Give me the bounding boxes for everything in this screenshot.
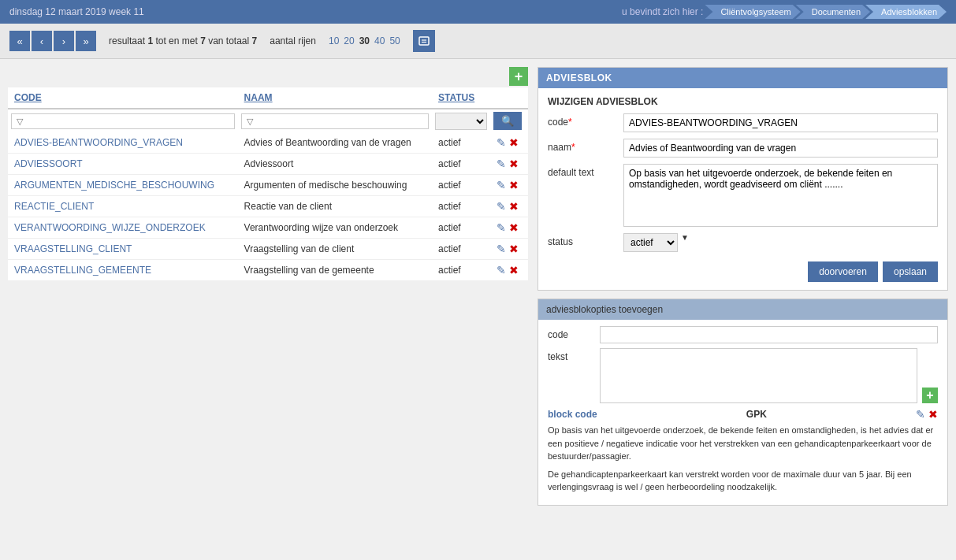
row-actions: ✎ ✖ — [490, 196, 528, 217]
row-naam: Adviessoort — [238, 154, 432, 175]
wijzigen-title: WIJZIGEN ADVIESBLOK — [548, 96, 938, 107]
next-page-button[interactable]: › — [54, 31, 74, 51]
naam-label: naam* — [548, 139, 619, 153]
breadcrumb-item-2[interactable]: Documenten — [796, 5, 870, 19]
breadcrumb-item-3[interactable]: Adviesblokken — [865, 5, 947, 19]
edit-icon[interactable]: ✎ — [497, 200, 506, 213]
block-code-value: GPK — [746, 409, 767, 420]
edit-icon[interactable]: ✎ — [497, 158, 506, 170]
code-input[interactable] — [623, 113, 938, 132]
row-code: REACTIE_CLIENT — [8, 196, 238, 217]
result-text: resultaat 1 tot en met 7 van totaal 7 — [109, 35, 257, 46]
top-bar: dinsdag 12 maart 2019 week 11 u bevindt … — [0, 0, 956, 24]
row-actions: ✎ ✖ — [490, 217, 528, 239]
row-status: actief — [432, 132, 491, 154]
opslaan-button[interactable]: opslaan — [883, 261, 938, 282]
data-table: CODE NAAM STATUS actief inactief — [8, 87, 528, 281]
adviesblokopties-header: adviesblokopties toevoegen — [538, 299, 947, 320]
delete-icon[interactable]: ✖ — [509, 264, 519, 276]
delete-icon[interactable]: ✖ — [509, 200, 519, 213]
adviesblok-panel: ADVIESBLOK WIJZIGEN ADVIESBLOK code* naa… — [538, 67, 948, 291]
row-code: ADVIESSOORT — [8, 154, 238, 175]
block-text-2: De gehandicaptenparkeerkaart kan verstre… — [548, 468, 938, 494]
code-row: code* — [548, 113, 938, 132]
add-btn-container: + — [8, 67, 528, 86]
filter-naam-input[interactable] — [241, 113, 429, 129]
table-panel: + CODE NAAM STATUS actief — [8, 67, 528, 514]
svg-rect-0 — [419, 37, 429, 45]
default-text-textarea[interactable]: Op basis van het uitgevoerde onderzoek, … — [623, 164, 938, 227]
row-status: actief — [432, 260, 491, 281]
last-page-button[interactable]: » — [76, 31, 96, 51]
filter-code-input[interactable] — [11, 113, 235, 129]
doorvoeren-button[interactable]: doorvoeren — [808, 261, 878, 282]
search-button[interactable]: 🔍 — [493, 112, 522, 130]
add-adviesblok-button[interactable]: + — [509, 67, 528, 86]
edit-icon[interactable]: ✎ — [497, 179, 506, 191]
main-content: + CODE NAAM STATUS actief — [0, 59, 956, 521]
delete-icon[interactable]: ✖ — [509, 221, 519, 234]
table-row: REACTIE_CLIENT Reactie van de client act… — [8, 196, 528, 217]
filter-status-select[interactable]: actief inactief — [435, 113, 488, 130]
breadcrumb-label: u bevindt zich hier : — [622, 6, 703, 17]
row-naam: Reactie van de client — [238, 196, 432, 217]
naam-input[interactable] — [623, 139, 938, 158]
delete-icon[interactable]: ✖ — [509, 136, 519, 149]
row-actions: ✎ ✖ — [490, 154, 528, 175]
breadcrumb-item-1[interactable]: Cliëntvolgsysteem — [705, 5, 800, 19]
rows-20[interactable]: 20 — [344, 35, 354, 46]
block-text-1: Op basis van het uitgevoerde onderzoek, … — [548, 424, 938, 463]
row-naam: Advies of Beantwoording van de vragen — [238, 132, 432, 154]
edit-icon[interactable]: ✎ — [497, 221, 506, 234]
block-edit-icon[interactable]: ✎ — [916, 408, 925, 421]
col-header-status[interactable]: STATUS — [432, 87, 491, 109]
row-actions: ✎ ✖ — [490, 132, 528, 154]
delete-icon[interactable]: ✖ — [509, 243, 519, 255]
row-status: actief — [432, 217, 491, 239]
opt-tekst-row: tekst + — [548, 348, 938, 403]
first-page-button[interactable]: « — [9, 31, 30, 51]
col-header-naam[interactable]: NAAM — [238, 87, 432, 109]
table-row: VRAAGSTELLING_CLIENT Vraagstelling van d… — [8, 239, 528, 260]
action-buttons-row: doorvoeren opslaan — [548, 261, 938, 282]
row-naam: Argumenten of medische beschouwing — [238, 175, 432, 196]
date-week: dinsdag 12 maart 2019 week 11 — [9, 6, 144, 17]
delete-icon[interactable]: ✖ — [509, 158, 519, 170]
edit-icon[interactable]: ✎ — [497, 264, 506, 276]
rows-options: 10 20 30 40 50 — [329, 35, 400, 46]
row-code: VERANTWOORDING_WIJZE_ONDERZOEK — [8, 217, 238, 239]
table-row: ADVIES-BEANTWOORDING_VRAGEN Advies of Be… — [8, 132, 528, 154]
row-status: actief — [432, 154, 491, 175]
right-panel: ADVIESBLOK WIJZIGEN ADVIESBLOK code* naa… — [538, 67, 948, 514]
delete-icon[interactable]: ✖ — [509, 179, 519, 191]
row-code: ARGUMENTEN_MEDISCHE_BESCHOUWING — [8, 175, 238, 196]
export-button[interactable] — [413, 30, 435, 52]
rows-30[interactable]: 30 — [359, 35, 370, 46]
edit-icon[interactable]: ✎ — [497, 243, 506, 255]
rows-10[interactable]: 10 — [329, 35, 339, 46]
prev-page-button[interactable]: ‹ — [32, 31, 52, 51]
table-row: ARGUMENTEN_MEDISCHE_BESCHOUWING Argument… — [8, 175, 528, 196]
opt-tekst-label: tekst — [548, 348, 595, 362]
row-status: actief — [432, 175, 491, 196]
rows-40[interactable]: 40 — [374, 35, 385, 46]
opt-code-input[interactable] — [600, 326, 938, 343]
adviesblokopties-panel: adviesblokopties toevoegen code tekst + … — [538, 299, 948, 506]
table-row: VRAAGSTELLING_GEMEENTE Vraagstelling van… — [8, 260, 528, 281]
opt-tekst-textarea[interactable] — [600, 348, 917, 403]
code-label: code* — [548, 113, 619, 128]
row-naam: Vraagstelling van de gemeente — [238, 260, 432, 281]
add-option-button[interactable]: + — [922, 388, 938, 403]
status-select[interactable]: actief inactief — [623, 233, 678, 252]
row-status: actief — [432, 196, 491, 217]
rows-50[interactable]: 50 — [389, 35, 400, 46]
pagination-bar: « ‹ › » resultaat 1 tot en met 7 van tot… — [0, 24, 956, 59]
block-delete-icon[interactable]: ✖ — [928, 408, 938, 421]
col-header-code[interactable]: CODE — [8, 87, 238, 109]
table-body: ADVIES-BEANTWOORDING_VRAGEN Advies of Be… — [8, 132, 528, 281]
row-code: ADVIES-BEANTWOORDING_VRAGEN — [8, 132, 238, 154]
row-actions: ✎ ✖ — [490, 260, 528, 281]
block-code-label: block code — [548, 409, 597, 420]
block-code-actions: ✎ ✖ — [916, 408, 938, 421]
edit-icon[interactable]: ✎ — [497, 136, 506, 149]
